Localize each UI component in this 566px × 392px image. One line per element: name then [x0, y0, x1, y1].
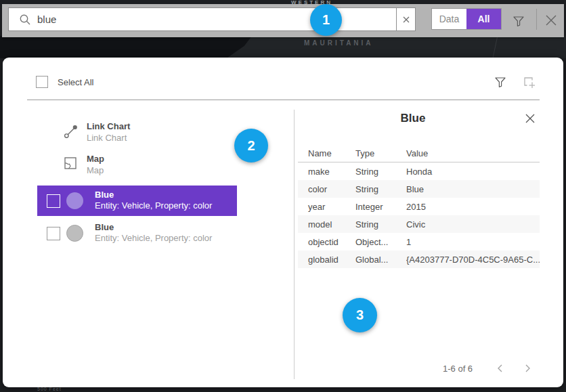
- item-title: Map: [87, 154, 104, 164]
- table-row[interactable]: make String Honda: [298, 162, 540, 180]
- search-results-panel: Select All Link Chart Link Chart Map Map: [3, 58, 563, 387]
- map-icon: [63, 156, 78, 171]
- chevron-left-icon: [494, 362, 506, 374]
- search-toolbar: blue Data All: [2, 4, 564, 37]
- header-divider: [27, 100, 540, 100]
- cell-value: Blue: [406, 184, 540, 194]
- select-all-label: Select All: [58, 77, 93, 87]
- close-icon: [524, 112, 536, 125]
- cell-name: make: [298, 167, 355, 177]
- item-title: Link Chart: [87, 121, 130, 131]
- attribute-table: make String Honda color String Blue year…: [298, 162, 540, 268]
- cell-type: String: [355, 184, 406, 194]
- item-subtitle: Map: [87, 165, 104, 175]
- toolbar-divider: [536, 9, 537, 30]
- cell-type: Object...: [355, 237, 406, 247]
- filter-funnel-icon: [494, 75, 507, 89]
- close-detail-button[interactable]: [523, 111, 538, 126]
- cell-type: String: [355, 167, 406, 177]
- filter-funnel-icon: [512, 14, 525, 28]
- cell-type: Integer: [355, 202, 406, 212]
- cell-type: Global...: [355, 255, 406, 265]
- item-title: Blue: [95, 190, 114, 200]
- add-selection-icon: [522, 75, 536, 89]
- item-checkbox[interactable]: [47, 194, 60, 208]
- select-all-checkbox[interactable]: [36, 76, 48, 88]
- annotation-badge-3: 3: [343, 298, 377, 332]
- map-label-mauritania: MAURITANIA: [304, 39, 374, 47]
- add-to-selection-button[interactable]: [520, 73, 538, 91]
- scope-toggle: Data All: [431, 8, 502, 30]
- cell-name: model: [298, 219, 355, 230]
- map-border-line: [492, 35, 498, 58]
- pagination-range: 1-6 of 6: [443, 364, 473, 374]
- cell-value: Civic: [406, 219, 540, 230]
- item-checkbox[interactable]: [47, 227, 60, 240]
- link-chart-icon: [62, 123, 80, 140]
- table-row[interactable]: color String Blue: [298, 180, 540, 198]
- entity-node-icon: [66, 192, 83, 209]
- entity-node-icon: [66, 225, 83, 242]
- annotation-badge-2: 2: [234, 129, 268, 162]
- item-subtitle: Entity: Vehicle, Property: color: [95, 233, 212, 243]
- cell-name: color: [298, 184, 355, 194]
- item-subtitle: Link Chart: [87, 133, 127, 143]
- cell-type: String: [355, 219, 406, 230]
- cell-name: globalid: [298, 255, 355, 265]
- cell-value: 2015: [406, 202, 540, 212]
- close-icon: [543, 12, 559, 28]
- map-scale-label: 500 Feet: [37, 387, 62, 391]
- cell-name: year: [298, 202, 355, 212]
- toggle-option-all[interactable]: All: [466, 9, 501, 29]
- search-query-text: blue: [37, 14, 56, 25]
- next-page-button[interactable]: [521, 362, 534, 377]
- column-header-name: Name: [308, 148, 332, 158]
- map-strip: MAURITANIA: [0, 36, 566, 58]
- cell-value: Honda: [406, 167, 540, 177]
- table-row[interactable]: year Integer 2015: [298, 198, 540, 215]
- column-header-type: Type: [355, 148, 374, 158]
- list-item-blue[interactable]: Blue Entity: Vehicle, Property: color: [37, 218, 237, 248]
- clear-search-button[interactable]: [396, 8, 415, 30]
- item-title: Blue: [95, 222, 114, 232]
- table-row[interactable]: model String Civic: [298, 215, 540, 233]
- prev-page-button[interactable]: [494, 362, 506, 377]
- item-subtitle: Entity: Vehicle, Property: color: [95, 200, 212, 211]
- table-row[interactable]: globalid Global... {A4203777-D70D-4C5C-9…: [298, 251, 540, 268]
- annotation-badge-1: 1: [310, 4, 342, 36]
- toggle-option-data[interactable]: Data: [432, 9, 466, 29]
- clear-icon: [401, 15, 411, 24]
- map-water-shape: [0, 36, 252, 58]
- chevron-right-icon: [521, 362, 534, 374]
- cell-value: 1: [406, 237, 540, 247]
- detail-title: Blue: [298, 112, 528, 125]
- table-row[interactable]: objectid Object... 1: [298, 233, 540, 251]
- column-header-value: Value: [406, 148, 428, 158]
- cell-name: objectid: [298, 237, 355, 247]
- pane-divider: [294, 110, 295, 379]
- filter-button[interactable]: [510, 12, 527, 30]
- results-filter-button[interactable]: [492, 73, 508, 91]
- list-item-blue-selected[interactable]: Blue Entity: Vehicle, Property: color: [37, 186, 237, 216]
- search-input[interactable]: blue: [8, 7, 416, 31]
- search-icon: [18, 13, 32, 26]
- cell-value: {A4203777-D70D-4C5C-9A65-C...: [406, 255, 540, 265]
- close-search-button[interactable]: [542, 10, 561, 30]
